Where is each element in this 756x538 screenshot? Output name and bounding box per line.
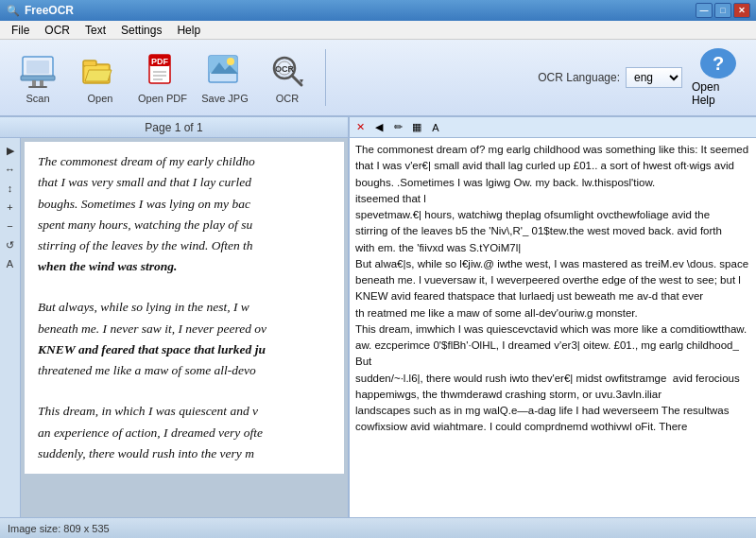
- maximize-button[interactable]: □: [714, 3, 731, 18]
- svg-text:PDF: PDF: [151, 57, 169, 66]
- open-pdf-icon: PDF: [143, 51, 182, 91]
- minimize-button[interactable]: —: [696, 3, 713, 18]
- open-label: Open: [88, 93, 113, 104]
- ocr-label: OCR: [276, 93, 299, 104]
- ocr-language-label: OCR Language:: [538, 71, 620, 84]
- left-toolbar: ▶ ↔ ↕ + − ↺ A: [0, 138, 21, 517]
- help-icon: ?: [700, 48, 736, 78]
- save-jpg-icon: [205, 51, 245, 91]
- page-label: Page 1 of 1: [145, 121, 202, 134]
- save-jpg-label: Save JPG: [201, 93, 249, 104]
- svg-rect-2: [21, 76, 55, 80]
- svg-rect-5: [28, 86, 47, 88]
- svg-rect-1: [26, 61, 49, 74]
- svg-rect-7: [83, 61, 96, 66]
- close-button[interactable]: ✕: [733, 3, 750, 18]
- help-button[interactable]: ? Open Help: [688, 44, 748, 111]
- open-pdf-label: Open PDF: [138, 93, 187, 104]
- toolbar-separator: [325, 49, 326, 106]
- menu-ocr[interactable]: OCR: [37, 22, 77, 39]
- open-button[interactable]: Open: [70, 44, 130, 111]
- tool-move-h[interactable]: ↔: [2, 161, 19, 178]
- scan-icon: [18, 51, 58, 91]
- ocr-button[interactable]: OCR OCR: [257, 44, 318, 111]
- svg-rect-4: [40, 80, 43, 86]
- image-panel-header: Page 1 of 1: [0, 117, 348, 138]
- title-bar: 🔍 FreeOCR — □ ✕: [0, 0, 756, 21]
- window-controls: — □ ✕: [696, 3, 750, 18]
- text-panel-close[interactable]: ✕: [352, 119, 369, 136]
- tool-rotate[interactable]: ↺: [2, 236, 19, 253]
- text-panel-grid[interactable]: ▦: [408, 119, 425, 136]
- open-pdf-button[interactable]: PDF Open PDF: [132, 44, 193, 111]
- save-jpg-button[interactable]: Save JPG: [195, 44, 255, 111]
- menu-text[interactable]: Text: [77, 22, 113, 39]
- scan-button[interactable]: Scan: [8, 44, 68, 111]
- image-text-content: The commonest dream of my early childho …: [25, 142, 344, 474]
- image-view[interactable]: The commonest dream of my early childho …: [21, 138, 348, 517]
- text-panel-toolbar: ✕ ◀ ✏ ▦ A: [350, 117, 756, 138]
- tool-move-v[interactable]: ↕: [2, 180, 19, 197]
- status-bar: Image size: 809 x 535: [0, 517, 756, 538]
- text-panel-edit[interactable]: ✏: [389, 119, 406, 136]
- tool-zoom-in[interactable]: +: [2, 199, 19, 216]
- ocr-language-select[interactable]: eng deu fra spa: [626, 67, 682, 88]
- text-panel-font[interactable]: A: [427, 119, 444, 136]
- menu-file[interactable]: File: [4, 22, 37, 39]
- scan-label: Scan: [26, 93, 49, 104]
- menu-bar: File OCR Text Settings Help: [0, 21, 756, 40]
- main-content: Page 1 of 1 ▶ ↔ ↕ + − ↺ A The commonest …: [0, 117, 756, 517]
- ocr-text-output[interactable]: [350, 138, 756, 517]
- image-size-label: Image size: 809 x 535: [8, 523, 110, 534]
- app-icon: 🔍: [6, 3, 21, 18]
- tool-arrow[interactable]: ▶: [2, 142, 19, 159]
- svg-rect-3: [32, 80, 36, 86]
- image-panel: Page 1 of 1 ▶ ↔ ↕ + − ↺ A The commonest …: [0, 117, 350, 517]
- svg-text:OCR: OCR: [275, 64, 295, 74]
- app-title: FreeOCR: [25, 4, 696, 17]
- toolbar-buttons: Scan Open PDF: [8, 44, 318, 111]
- menu-help[interactable]: Help: [169, 22, 208, 39]
- toolbar: Scan Open PDF: [0, 40, 756, 117]
- text-panel: ✕ ◀ ✏ ▦ A: [350, 117, 756, 517]
- svg-point-18: [227, 58, 234, 65]
- text-panel-back[interactable]: ◀: [370, 119, 387, 136]
- image-panel-body: ▶ ↔ ↕ + − ↺ A The commonest dream of my …: [0, 138, 348, 517]
- ocr-language-section: OCR Language: eng deu fra spa ? Open Hel…: [538, 44, 748, 111]
- ocr-icon: OCR: [267, 51, 307, 91]
- open-icon: [80, 51, 120, 91]
- menu-settings[interactable]: Settings: [113, 22, 169, 39]
- help-label: Open Help: [692, 80, 745, 107]
- tool-text[interactable]: A: [2, 255, 19, 272]
- tool-zoom-out[interactable]: −: [2, 217, 19, 234]
